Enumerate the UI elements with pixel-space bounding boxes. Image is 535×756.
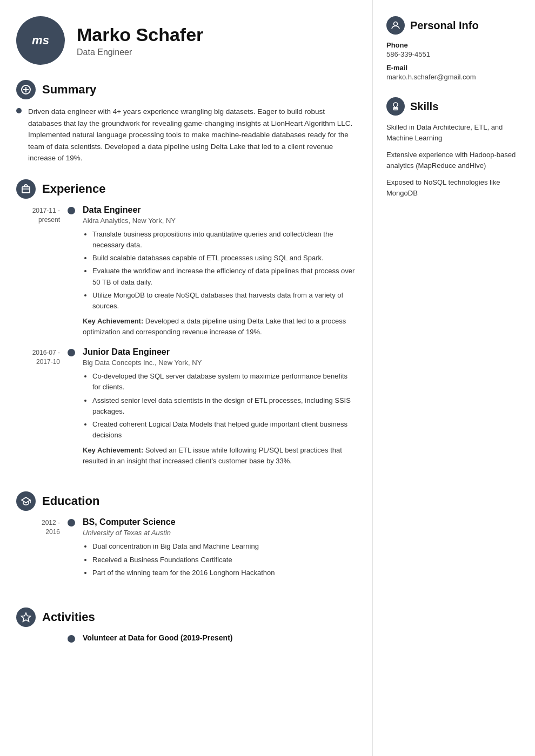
education-title: Education [42,494,99,508]
job-title-2: Junior Data Engineer [83,347,356,357]
experience-header: Experience [16,179,356,199]
personal-info-header: Personal Info [386,16,521,35]
skills-title: Skills [410,100,438,113]
experience-section: Experience 2017-11 -present Data Enginee… [16,179,356,476]
avatar: ms [16,16,65,65]
phone-label: Phone [386,41,521,49]
job-item-2: 2016-07 -2017-10 Junior Data Engineer Bi… [16,347,356,467]
activities-timeline: Volunteer at Data for Good (2019-Present… [16,633,356,652]
summary-dot [16,108,22,113]
job-date-1: 2017-11 -present [16,205,68,225]
education-section: Education 2012 -2016 BS, Computer Scienc… [16,491,356,592]
skill-item-1: Skilled in Data Architecture, ETL, and M… [386,122,521,143]
edu-date-1: 2012 -2016 [16,517,68,537]
skill-item-3: Exposed to NoSQL technologies like Mongo… [386,177,521,198]
main-column: ms Marko Schafer Data Engineer Summary [0,0,373,756]
job-bullet-1-3: Evaluate the workflow and increase the e… [92,266,356,287]
experience-timeline: 2017-11 -present Data Engineer Akira Ana… [16,205,356,476]
activity-date-1 [16,633,68,634]
summary-header: Summary [16,80,356,99]
edu-bullet-1-3: Part of the winning team for the 2016 Lo… [92,568,356,578]
activity-content-1: Volunteer at Data for Good (2019-Present… [83,633,356,642]
job-bullet-1-2: Build scalable databases capable of ETL … [92,253,356,264]
job-achievement-2: Key Achievement: Solved an ETL issue whi… [83,445,356,467]
education-icon [16,491,36,511]
education-header: Education [16,491,356,511]
job-date-2: 2016-07 -2017-10 [16,347,68,367]
activity-item-1: Volunteer at Data for Good (2019-Present… [16,633,356,643]
activity-title-1: Volunteer at Data for Good (2019-Present… [83,633,356,642]
job-achievement-1: Key Achievement: Developed a data pipeli… [83,316,356,338]
job-dot-2 [68,349,75,356]
svg-rect-9 [393,109,398,110]
candidate-title: Data Engineer [77,48,203,57]
svg-rect-3 [22,187,30,193]
job-bullet-2-3: Created coherent Logical Data Models tha… [92,419,356,441]
job-bullet-2-1: Co-developed the SQL server database sys… [92,371,356,393]
edu-bullets-1: Dual concentration in Big Data and Machi… [92,541,356,578]
skills-icon [386,97,405,116]
job-content-2: Junior Data Engineer Big Data Concepts I… [83,347,356,467]
experience-icon [16,179,36,199]
phone-value: 586-339-4551 [386,50,521,58]
job-bullet-2-2: Assisted senior level data scientists in… [92,395,356,417]
personal-info-section: Personal Info Phone 586-339-4551 E-mail … [386,16,521,81]
job-dot-1 [68,207,75,214]
job-bullets-1: Translate business propositions into qua… [92,229,356,312]
personal-info-icon [386,16,405,35]
activities-title: Activities [42,610,95,624]
edu-degree-1: BS, Computer Science [83,517,356,527]
edu-item-1: 2012 -2016 BS, Computer Science Universi… [16,517,356,582]
job-bullet-1-1: Translate business propositions into qua… [92,229,356,251]
job-content-1: Data Engineer Akira Analytics, New York,… [83,205,356,338]
job-bullet-1-4: Utilize MongoDB to create NoSQL database… [92,290,356,312]
skills-section: Skills Skilled in Data Architecture, ETL… [386,97,521,198]
skills-header: Skills [386,97,521,116]
job-title-1: Data Engineer [83,205,356,215]
edu-content-1: BS, Computer Science University of Texas… [83,517,356,582]
summary-content: Driven data engineer with 4+ years exper… [16,106,356,164]
header-text: Marko Schafer Data Engineer [77,24,203,57]
personal-info-title: Personal Info [410,19,479,32]
job-bullets-2: Co-developed the SQL server database sys… [92,371,356,441]
activities-section: Activities Volunteer at Data for Good (2… [16,608,356,652]
resume-header: ms Marko Schafer Data Engineer [16,16,356,65]
job-company-2: Big Data Concepts Inc., New York, NY [83,359,356,367]
edu-bullet-1-2: Received a Business Foundations Certific… [92,555,356,565]
sidebar: Personal Info Phone 586-339-4551 E-mail … [373,0,535,756]
job-item-1: 2017-11 -present Data Engineer Akira Ana… [16,205,356,338]
job-company-1: Akira Analytics, New York, NY [83,217,356,225]
education-timeline: 2012 -2016 BS, Computer Science Universi… [16,517,356,592]
activities-header: Activities [16,608,356,627]
svg-rect-8 [393,107,398,109]
email-value: marko.h.schafer@gmail.com [386,73,521,81]
skill-item-2: Extensive experience with Hadoop-based a… [386,150,521,171]
experience-title: Experience [42,182,105,196]
summary-title: Summary [42,83,96,97]
summary-icon [16,80,36,99]
candidate-name: Marko Schafer [77,24,203,45]
edu-school-1: University of Texas at Austin [83,529,356,537]
edu-dot-1 [68,519,75,526]
summary-section: Summary Driven data engineer with 4+ yea… [16,80,356,164]
email-label: E-mail [386,64,521,72]
edu-bullet-1-1: Dual concentration in Big Data and Machi… [92,541,356,552]
svg-point-7 [394,22,398,26]
activities-icon [16,608,36,627]
svg-marker-6 [22,613,31,622]
activity-dot-1 [68,635,75,643]
summary-text: Driven data engineer with 4+ years exper… [28,106,356,164]
